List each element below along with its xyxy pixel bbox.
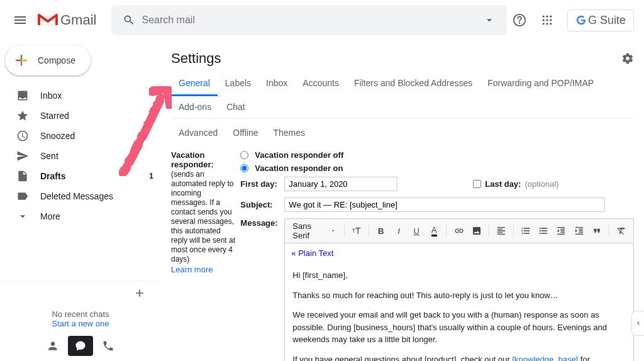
support-icon[interactable]	[507, 8, 532, 33]
sidebar: Compose Inbox Starred Snoozed Sent	[0, 40, 161, 361]
hangouts-chat-icon[interactable]	[68, 336, 93, 356]
vacation-on-radio[interactable]	[240, 164, 248, 172]
tab-forwarding[interactable]: Forwarding and POP/IMAP	[480, 72, 601, 96]
nav-list: Inbox Starred Snoozed Sent Drafts	[0, 86, 161, 226]
tab-themes[interactable]: Themes	[266, 123, 313, 143]
chevron-left-icon	[635, 319, 642, 327]
header: Gmail G Suite	[0, 0, 644, 40]
tab-advanced[interactable]: Advanced	[171, 123, 225, 143]
italic-button[interactable]: I	[391, 223, 407, 239]
send-icon	[16, 150, 29, 162]
main-content: Settings General Labels Inbox Accounts F…	[161, 40, 644, 361]
page-title: Settings	[171, 50, 221, 67]
bold-button[interactable]: B	[373, 223, 389, 239]
search-box[interactable]	[111, 5, 507, 35]
message-p2: We received your email and will get back…	[292, 309, 626, 346]
subject-label: Subject:	[240, 200, 284, 209]
google-g-icon	[575, 14, 587, 26]
plus-icon	[133, 287, 146, 299]
nav-sent[interactable]: Sent	[0, 146, 161, 166]
tab-filters[interactable]: Filters and Blocked Addresses	[347, 72, 480, 96]
vacation-on-label: Vacation responder on	[255, 164, 343, 173]
gsuite-badge[interactable]: G Suite	[567, 9, 634, 31]
last-day-checkbox[interactable]	[473, 180, 481, 188]
star-icon	[16, 109, 29, 122]
search-input[interactable]	[142, 14, 477, 26]
nav-inbox[interactable]: Inbox	[0, 86, 161, 106]
tab-accounts[interactable]: Accounts	[295, 72, 347, 96]
gmail-logo[interactable]: Gmail	[38, 12, 96, 28]
main-menu-button[interactable]	[5, 5, 35, 35]
quote-button[interactable]	[589, 223, 605, 239]
align-button[interactable]	[493, 223, 509, 239]
search-icon[interactable]	[116, 8, 142, 33]
subject-input[interactable]	[284, 197, 605, 212]
message-greeting: Hi [first_name],	[292, 269, 626, 282]
remove-formatting-button[interactable]	[613, 223, 630, 239]
nav-drafts[interactable]: Drafts 1	[0, 166, 161, 186]
search-options-icon[interactable]	[477, 8, 502, 33]
vacation-label: Vacation responder:	[171, 150, 214, 169]
label-icon	[16, 190, 29, 203]
text-color-button[interactable]: A	[426, 223, 442, 239]
learn-more-link[interactable]: Learn more	[171, 265, 235, 274]
first-day-label: First day:	[240, 179, 284, 189]
compose-button[interactable]: Compose	[5, 45, 91, 75]
tab-offline[interactable]: Offline	[225, 123, 265, 143]
tab-labels[interactable]: Labels	[218, 72, 258, 96]
clock-icon	[16, 130, 29, 142]
nav-starred[interactable]: Starred	[0, 106, 161, 126]
indent-more-button[interactable]	[571, 223, 587, 239]
chevron-down-icon	[330, 228, 336, 234]
settings-gear-icon[interactable]	[621, 52, 634, 65]
insert-photo-button[interactable]	[469, 223, 485, 239]
svg-rect-1	[55, 15, 58, 25]
tab-general[interactable]: General	[171, 72, 218, 96]
svg-point-10	[542, 23, 544, 25]
svg-point-3	[519, 23, 520, 23]
drafts-icon	[16, 170, 29, 182]
chevron-down-icon	[16, 210, 29, 223]
settings-tabs: General Labels Inbox Accounts Filters an…	[171, 72, 634, 119]
last-day-optional: (optional)	[525, 179, 558, 189]
vacation-off-radio[interactable]	[240, 151, 248, 159]
svg-point-11	[546, 23, 548, 25]
nav-snoozed[interactable]: Snoozed	[0, 126, 161, 146]
hangouts-contacts-icon[interactable]	[40, 336, 65, 356]
tab-inbox[interactable]: Inbox	[258, 72, 295, 96]
numbered-list-button[interactable]	[518, 223, 534, 239]
svg-point-5	[546, 16, 548, 18]
compose-label: Compose	[38, 55, 75, 65]
gmail-icon	[38, 13, 58, 28]
plus-icon	[13, 52, 30, 69]
font-size-button[interactable]: TT	[348, 223, 365, 239]
start-chat-link[interactable]: Start a new one	[0, 319, 161, 328]
svg-point-7	[542, 19, 544, 21]
side-panel-toggle[interactable]	[631, 311, 644, 336]
message-editor[interactable]: Hi [first_name], Thanks so much for reac…	[284, 263, 634, 361]
font-family-select[interactable]: Sans Serif	[289, 221, 340, 240]
no-chats-text: No recent chats	[0, 309, 161, 319]
settings-tabs-row2: Advanced Offline Themes	[171, 119, 634, 147]
inbox-icon	[16, 89, 29, 102]
link-button[interactable]	[450, 223, 467, 239]
underline-button[interactable]: U	[408, 223, 425, 239]
message-p1: Thanks so much for reaching out! This au…	[292, 289, 626, 302]
bullet-list-button[interactable]	[535, 223, 552, 239]
tab-chat[interactable]: Chat	[219, 96, 253, 118]
new-chat-button[interactable]	[0, 282, 161, 304]
hangouts-phone-icon[interactable]	[96, 336, 121, 356]
plain-text-link[interactable]: « Plain Text	[284, 243, 634, 263]
vacation-off-label: Vacation responder off	[255, 150, 343, 160]
vacation-desc: (sends an automated reply to incoming me…	[171, 170, 235, 264]
svg-point-9	[550, 19, 552, 21]
svg-rect-0	[38, 15, 40, 25]
message-p3: If you have general questions about [pro…	[292, 353, 626, 362]
indent-less-button[interactable]	[553, 223, 569, 239]
knowledge-base-link[interactable]: [knowledge_base]	[512, 355, 578, 362]
apps-icon[interactable]	[535, 8, 560, 33]
nav-more[interactable]: More	[0, 206, 161, 226]
first-day-input[interactable]	[284, 177, 397, 191]
nav-deleted[interactable]: Deleted Messages	[0, 186, 161, 206]
tab-addons[interactable]: Add-ons	[171, 96, 219, 118]
